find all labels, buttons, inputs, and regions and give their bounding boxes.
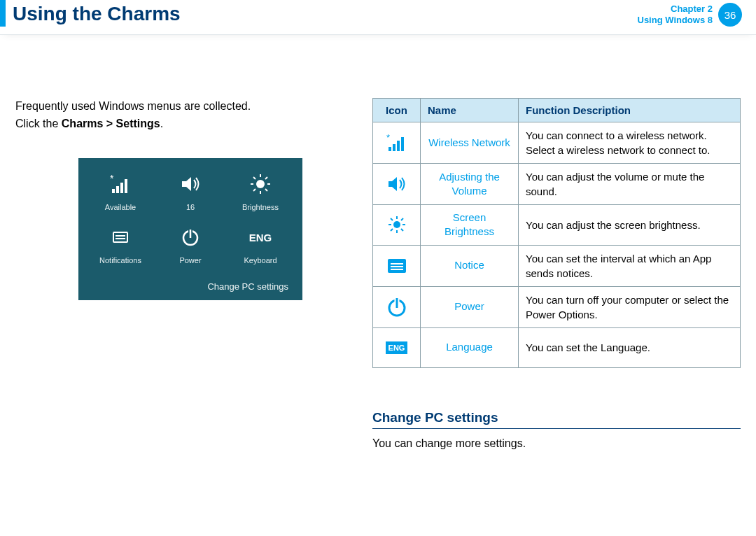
desc-cell: You can set the interval at which an App…	[519, 245, 741, 286]
icon-cell	[373, 245, 421, 286]
page-header: Using the Charms Chapter 2 Using Windows…	[0, 0, 756, 35]
change-pc-settings-link[interactable]: Change PC settings	[85, 281, 295, 292]
icon-cell	[373, 164, 421, 205]
name-cell: Screen Brightness	[421, 205, 519, 246]
name-cell: Power	[421, 286, 519, 327]
desc-cell: You can turn off your computer or select…	[519, 286, 741, 327]
svg-line-34	[401, 218, 403, 220]
table-row: Power You can turn off your computer or …	[373, 286, 741, 327]
svg-text:*: *	[110, 174, 114, 184]
svg-marker-5	[182, 177, 191, 191]
subsection-heading: Change PC settings	[372, 410, 741, 429]
language-badge-icon: ENG	[225, 224, 295, 251]
svg-marker-26	[388, 177, 397, 191]
svg-rect-2	[116, 186, 119, 193]
tile-keyboard[interactable]: ENG Keyboard	[225, 224, 295, 265]
header-meta: Chapter 2 Using Windows 8 36	[638, 3, 743, 27]
name-cell: Notice	[421, 245, 519, 286]
icon-cell	[373, 286, 421, 327]
table-row: Adjusting the Volume You can adjust the …	[373, 164, 741, 205]
wifi-signal-icon: *	[85, 171, 155, 197]
svg-line-32	[391, 218, 393, 220]
name-cell: Adjusting the Volume	[421, 164, 519, 205]
svg-rect-23	[393, 144, 396, 151]
table-row: * Wireless Network You can connect to a …	[373, 122, 741, 164]
click-suffix: .	[160, 118, 163, 129]
name-cell: Language	[421, 327, 519, 367]
name-cell: Wireless Network	[421, 122, 519, 164]
tile-brightness-label: Brightness	[225, 203, 295, 211]
svg-line-12	[265, 189, 267, 191]
tile-notifications[interactable]: Notifications	[85, 224, 155, 265]
content-columns: Frequently used Windows menus are collec…	[0, 35, 756, 450]
tile-volume[interactable]: 16	[155, 171, 225, 211]
svg-rect-15	[113, 232, 127, 242]
tile-network[interactable]: * Available	[85, 171, 155, 211]
th-desc: Function Description	[519, 99, 741, 122]
wifi-signal-icon: *	[380, 129, 413, 157]
icon-cell: *	[373, 122, 421, 164]
speaker-icon	[155, 171, 225, 197]
tile-keyboard-label: Keyboard	[225, 256, 295, 265]
svg-line-33	[401, 229, 403, 231]
table-row: ENG Language You can set the Language.	[373, 327, 741, 367]
brightness-icon	[225, 171, 295, 197]
table-row: Screen Brightness You can adjust the scr…	[373, 205, 741, 246]
notifications-icon	[380, 252, 413, 280]
svg-line-13	[265, 177, 267, 179]
click-prefix: Click the	[15, 118, 62, 129]
intro-text: Frequently used Windows menus are collec…	[15, 98, 344, 115]
table-header-row: Icon Name Function Description	[373, 99, 741, 122]
settings-grid: * Available	[85, 171, 295, 265]
subsection-text: You can change more settings.	[372, 437, 741, 450]
function-table: Icon Name Function Description *	[372, 98, 741, 368]
keyboard-code: ENG	[249, 232, 272, 244]
notifications-icon	[85, 224, 155, 251]
svg-rect-25	[401, 137, 404, 151]
desc-cell: You can connect to a wireless network. S…	[519, 122, 741, 164]
power-icon	[155, 224, 225, 251]
header-accent	[0, 0, 6, 27]
page-number-badge: 36	[718, 3, 742, 27]
tile-volume-label: 16	[155, 203, 225, 211]
desc-cell: You can adjust the volume or mute the so…	[519, 164, 741, 205]
svg-rect-22	[388, 147, 391, 151]
tile-notifications-label: Notifications	[85, 256, 155, 265]
svg-line-11	[253, 177, 255, 179]
tile-power-label: Power	[155, 256, 225, 265]
desc-cell: You can set the Language.	[519, 327, 741, 367]
chapter-label: Chapter 2 Using Windows 8	[638, 3, 713, 25]
brightness-icon	[380, 211, 413, 239]
svg-line-35	[391, 229, 393, 231]
section-line: Using Windows 8	[638, 15, 713, 26]
svg-line-14	[253, 189, 255, 191]
svg-point-6	[256, 180, 265, 188]
click-bold: Charms > Settings	[62, 118, 160, 129]
desc-cell: You can adjust the screen brightness.	[519, 205, 741, 246]
tile-brightness[interactable]: Brightness	[225, 171, 295, 211]
icon-cell	[373, 205, 421, 246]
click-instruction: Click the Charms > Settings.	[15, 118, 344, 130]
power-icon	[380, 293, 413, 321]
eng-badge: ENG	[386, 341, 408, 354]
svg-rect-1	[112, 189, 115, 193]
tile-power[interactable]: Power	[155, 224, 225, 265]
svg-rect-3	[120, 183, 123, 193]
icon-cell: ENG	[373, 327, 421, 367]
th-name: Name	[421, 99, 519, 122]
th-icon: Icon	[373, 99, 421, 122]
svg-text:*: *	[386, 133, 390, 143]
column-right: Icon Name Function Description *	[372, 98, 741, 450]
chapter-line: Chapter 2	[638, 3, 713, 15]
language-badge-icon: ENG	[380, 334, 413, 362]
svg-rect-4	[125, 179, 127, 193]
tile-network-label: Available	[85, 203, 155, 211]
svg-point-27	[393, 221, 400, 228]
column-left: Frequently used Windows menus are collec…	[15, 98, 344, 450]
speaker-icon	[380, 170, 413, 198]
settings-panel: * Available	[78, 158, 302, 300]
table-row: Notice You can set the interval at which…	[373, 245, 741, 286]
svg-rect-24	[397, 141, 400, 151]
